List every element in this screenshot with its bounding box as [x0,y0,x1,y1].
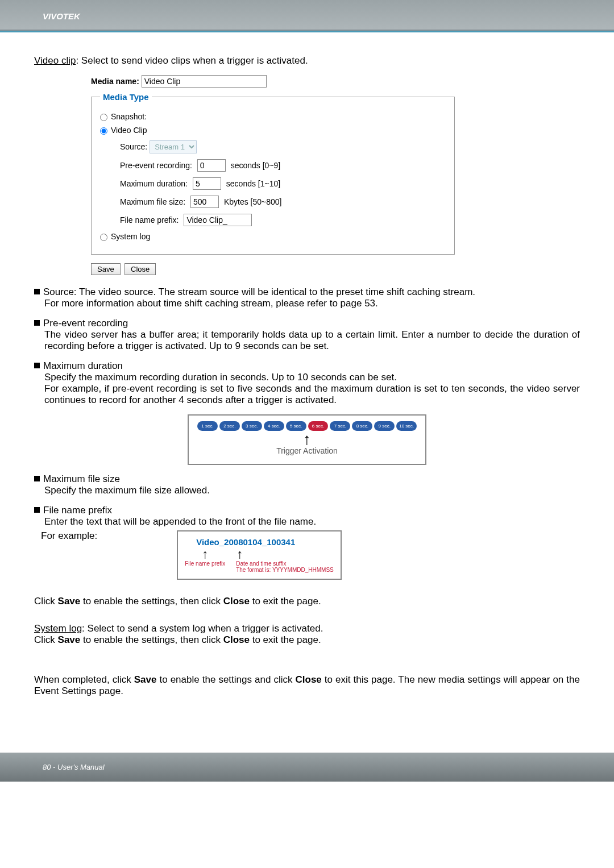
timeline-pill: 9 sec. [374,421,395,431]
bullet-source: Source: The video source. The stream sou… [34,286,580,309]
closing-para2: Click Save to enable the settings, then … [34,634,580,646]
timeline-pill: 1 sec. [197,421,218,431]
timeline-pill: 5 sec. [286,421,306,431]
source-body: For more information about time shift ca… [44,298,580,309]
source-row: Source: Stream 1 [120,140,446,153]
maxdur-title: Maximum duration [43,360,123,371]
maxdur-label: Maximum duration: [120,179,188,188]
bullet-preevent: Pre-event recording The video server has… [34,318,580,352]
timeline-diagram: 1 sec.2 sec.3 sec.4 sec.5 sec.6 sec.7 se… [188,414,426,465]
timeline-pill: 10 sec. [396,421,417,431]
close-button[interactable]: Close [125,263,156,275]
intro-rest: : Select to send video clips when a trig… [76,55,308,66]
maxsize-row: Maximum file size: Kbytes [50~800] [120,196,446,208]
videoclip-label: Video Clip [111,126,147,135]
brand-label: VIVOTEK [0,11,614,24]
timeline-pill: 2 sec. [219,421,240,431]
maxsize-label: Maximum file size: [120,197,185,206]
save-button[interactable]: Save [91,263,121,275]
source-select[interactable]: Stream 1 [150,140,197,153]
videoclip-radio-row: Video Clip [100,126,446,135]
bullet-icon [34,320,40,326]
maxsize-input[interactable] [190,196,219,208]
source-label: Source: [120,142,147,151]
filename-label-col2: Date and time suffix The format is: YYYY… [236,560,334,573]
preevent-input[interactable] [197,159,226,172]
maxsize-title: Maximum file size [43,474,120,484]
prefix-title: File name prefix [43,505,112,516]
page-content: Video clip: Select to send video clips w… [0,32,614,730]
prefix-input[interactable] [184,214,252,226]
filename-label1: File name prefix [185,560,236,573]
videoclip-fields: Source: Stream 1 Pre-event recording: se… [120,140,446,226]
trigger-caption: Trigger Activation [197,446,417,455]
prefix-row: File name prefix: [120,214,446,226]
preevent-body: The video server has a buffer area; it t… [44,329,580,352]
page-header: VIVOTEK [0,0,614,31]
syslog-line: System log: Select to send a system log … [34,623,580,634]
bullet-maxdur: Maximum duration Specify the maximum rec… [34,360,580,406]
timeline-pill: 7 sec. [330,421,350,431]
timeline-pill: 6 sec. [308,421,329,431]
syslog-underlined: System log [34,623,82,634]
buttons-row: Save Close [91,263,580,275]
for-example-row: For example: Video_20080104_100341 ↑ ↑ F… [34,528,580,580]
timeline-pill: 3 sec. [242,421,262,431]
maxdur-unit: seconds [1~10] [226,179,280,188]
maxdur-body1: Specify the maximum recording duration i… [44,372,580,383]
preevent-title: Pre-event recording [43,318,128,329]
maxdur-input[interactable] [193,177,221,190]
timeline-pill: 4 sec. [264,421,284,431]
closing-para1: Click Save to enable the settings, then … [34,596,580,607]
bullet-maxsize: Maximum file size Specify the maximum fi… [34,474,580,496]
maxsize-unit: Kbytes [50~800] [224,197,282,206]
bullet-prefix: File name prefix Enter the text that wil… [34,505,580,580]
arrow-up-icon: ↑ [237,549,243,559]
intro-line: Video clip: Select to send video clips w… [34,55,580,67]
footer-text: 80 - User's Manual [43,763,105,771]
media-name-label: Media name: [91,77,139,86]
filename-labels: File name prefix Date and time suffix Th… [185,560,334,573]
syslog-rest: : Select to send a system log when a tri… [82,623,323,634]
bullet-icon [34,476,40,481]
snapshot-radio-row: Snapshot: [100,112,446,121]
filename-diagram: Video_20080104_100341 ↑ ↑ File name pref… [177,530,342,580]
preevent-unit: seconds [0~9] [231,161,281,170]
intro-underlined: Video clip [34,55,76,66]
filename-label2: Date and time suffix [236,560,334,567]
fieldset-legend: Media Type [100,92,152,102]
media-name-row: Media name: [91,75,580,88]
maxdur-row: Maximum duration: seconds [1~10] [120,177,446,190]
filename-example: Video_20080104_100341 [196,537,334,547]
for-example-label: For example: [41,530,97,542]
media-type-fieldset: Media Type Snapshot: Video Clip Source: … [91,92,455,255]
videoclip-radio[interactable] [100,127,107,135]
bullet-icon [34,289,40,294]
timeline-pills: 1 sec.2 sec.3 sec.4 sec.5 sec.6 sec.7 se… [197,421,417,431]
timeline-pill: 8 sec. [352,421,372,431]
syslog-radio[interactable] [100,234,107,241]
source-title: Source: The video source. The stream sou… [43,286,475,297]
preevent-label: Pre-event recording: [120,161,192,170]
maxdur-body2: For example, if pre-event recording is s… [44,383,580,406]
bullet-icon [34,507,40,513]
prefix-body: Enter the text that will be appended to … [44,516,580,528]
arrow-up-icon: ↑ [202,549,208,559]
closing-final: When completed, click Save to enable the… [34,674,580,697]
syslog-label: System log [111,232,150,241]
syslog-radio-row: System log [100,232,446,241]
preevent-row: Pre-event recording: seconds [0~9] [120,159,446,172]
bullet-icon [34,363,40,368]
snapshot-radio[interactable] [100,114,107,121]
prefix-label: File name prefix: [120,215,179,225]
snapshot-label: Snapshot: [111,112,147,121]
arrow-up-icon: ↑ [197,434,417,445]
filename-label3: The format is: YYYYMMDD_HHMMSS [236,567,334,573]
form-panel: Media name: Media Type Snapshot: Video C… [91,75,580,275]
maxsize-body: Specify the maximum file size allowed. [44,485,580,496]
media-name-input[interactable] [142,75,267,88]
filename-arrows: ↑ ↑ [202,549,334,559]
page-footer: 80 - User's Manual [0,753,614,782]
